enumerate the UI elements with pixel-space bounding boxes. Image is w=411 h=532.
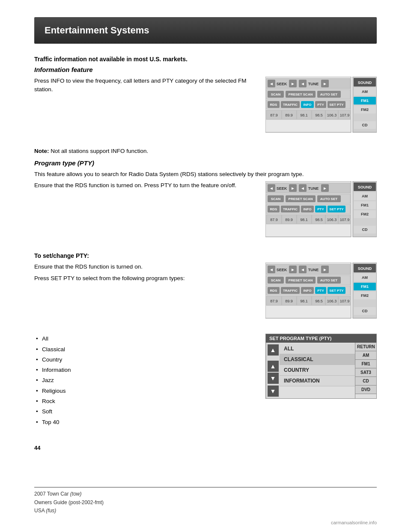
rds-text-block: Ensure that the RDS function is turned o… bbox=[34, 181, 255, 192]
svg-text:106.3: 106.3 bbox=[327, 299, 337, 303]
svg-text:89.9: 89.9 bbox=[285, 218, 293, 222]
svg-text:SCAN: SCAN bbox=[271, 197, 281, 201]
svg-text:PTY: PTY bbox=[317, 103, 324, 107]
svg-text:►: ► bbox=[291, 267, 295, 272]
svg-text:RDS: RDS bbox=[270, 103, 278, 107]
svg-text:FM1: FM1 bbox=[361, 99, 369, 103]
set-desc2: Press SET PTY to select from the followi… bbox=[34, 274, 255, 283]
svg-text:◄: ◄ bbox=[301, 186, 305, 191]
pty-arrow-up[interactable]: ▲ bbox=[268, 344, 279, 356]
svg-text:◄: ◄ bbox=[269, 186, 274, 191]
list-item: Top 40 bbox=[34, 417, 255, 427]
svg-text:►: ► bbox=[323, 186, 327, 191]
svg-text:87.9: 87.9 bbox=[270, 299, 278, 303]
svg-text:◄: ◄ bbox=[269, 81, 274, 86]
svg-text:SET PTY: SET PTY bbox=[329, 289, 344, 293]
pty-heading: Program type (PTY) bbox=[34, 159, 377, 167]
svg-text:►: ► bbox=[291, 186, 295, 191]
svg-text:106.3: 106.3 bbox=[327, 218, 337, 222]
info-feature-heading: Information feature bbox=[34, 66, 377, 73]
svg-text:►: ► bbox=[323, 81, 327, 86]
svg-text:PRESET SCAN: PRESET SCAN bbox=[289, 93, 313, 96]
svg-text:AUTO SET: AUTO SET bbox=[320, 197, 337, 201]
svg-rect-83 bbox=[266, 215, 350, 224]
rds-row: Ensure that the RDS function is turned o… bbox=[34, 181, 377, 245]
note-label: Note: bbox=[34, 148, 49, 154]
pty-btn-return[interactable]: RETURN bbox=[355, 343, 376, 351]
pty-btn-dvd[interactable]: DVD bbox=[355, 386, 376, 394]
svg-text:INFO: INFO bbox=[303, 207, 311, 211]
pty-item-all[interactable]: ALL bbox=[280, 344, 355, 354]
svg-rect-30 bbox=[266, 110, 350, 120]
header-title: Entertainment Systems bbox=[45, 25, 366, 36]
pty-list-row: All Classical Country Information Jazz R… bbox=[34, 334, 377, 427]
list-item: Religious bbox=[34, 386, 255, 396]
list-item: Jazz bbox=[34, 375, 255, 386]
bullet-list: All Classical Country Information Jazz R… bbox=[34, 334, 255, 427]
svg-text:FM2: FM2 bbox=[361, 108, 369, 112]
list-item: All bbox=[34, 334, 255, 344]
svg-text:98.5: 98.5 bbox=[315, 299, 323, 303]
svg-text:◄: ◄ bbox=[269, 267, 274, 272]
info-feature-row: Press INFO to view the frequency, call l… bbox=[34, 77, 377, 140]
svg-text:►: ► bbox=[291, 81, 295, 86]
rds-desc: Ensure that the RDS function is turned o… bbox=[34, 181, 255, 190]
pty-panel-header: SET PROGRAM TYPE (PTY) bbox=[266, 334, 376, 343]
list-item: Information bbox=[34, 365, 255, 375]
pty-arrow-down[interactable]: ▼ bbox=[268, 373, 279, 384]
note-body: Not all stations support INFO function. bbox=[51, 148, 148, 154]
svg-text:TRAFFIC: TRAFFIC bbox=[283, 103, 298, 107]
info-feature-text-block: Press INFO to view the frequency, call l… bbox=[34, 77, 255, 97]
footer-line2: Owners Guide (post-2002-fmt) bbox=[34, 499, 104, 505]
svg-text:◄: ◄ bbox=[301, 81, 305, 86]
svg-text:TUNE: TUNE bbox=[308, 82, 319, 86]
svg-text:AM: AM bbox=[362, 90, 368, 94]
svg-text:RDS: RDS bbox=[270, 289, 278, 293]
pty-btn-am[interactable]: AM bbox=[355, 351, 376, 360]
svg-text:SOUND: SOUND bbox=[358, 185, 372, 189]
svg-text:FM2: FM2 bbox=[361, 293, 369, 298]
svg-text:107.9: 107.9 bbox=[340, 299, 350, 303]
svg-text:TUNE: TUNE bbox=[308, 186, 319, 191]
svg-text:INFO: INFO bbox=[303, 289, 311, 293]
svg-text:FM1: FM1 bbox=[361, 203, 369, 207]
pty-btn-sat3[interactable]: SAT3 bbox=[355, 368, 376, 377]
pty-item-country[interactable]: COUNTRY bbox=[280, 365, 355, 376]
pty-arrow-up2[interactable]: ▲ bbox=[268, 361, 279, 372]
pty-btn-cd[interactable]: CD bbox=[355, 377, 376, 386]
radio-svg-1: ◄ SEEK ► ◄ TUNE ► SCAN PRESET SCAN AUTO … bbox=[265, 77, 377, 139]
list-item: Classical bbox=[34, 344, 255, 355]
svg-text:SET PTY: SET PTY bbox=[329, 207, 344, 211]
pty-item-classical[interactable]: CLASSICAL bbox=[280, 354, 355, 365]
svg-text:RDS: RDS bbox=[270, 207, 278, 211]
note-section: Note: Not all stations support INFO func… bbox=[34, 148, 377, 154]
watermark: carmanualsonline.info bbox=[331, 520, 377, 525]
svg-text:SEEK: SEEK bbox=[277, 268, 287, 272]
pty-list-block: All Classical Country Information Jazz R… bbox=[34, 334, 255, 427]
info-feature-body: Press INFO to view the frequency, call l… bbox=[34, 77, 255, 94]
svg-text:PRESET SCAN: PRESET SCAN bbox=[289, 278, 313, 282]
svg-text:PTY: PTY bbox=[317, 207, 324, 211]
svg-text:TUNE: TUNE bbox=[308, 268, 319, 272]
svg-text:SET PTY: SET PTY bbox=[329, 103, 344, 107]
svg-text:AM: AM bbox=[362, 275, 368, 280]
svg-text:87.9: 87.9 bbox=[270, 113, 278, 117]
svg-text:98.1: 98.1 bbox=[300, 299, 308, 303]
svg-text:TRAFFIC: TRAFFIC bbox=[283, 289, 298, 293]
list-item: Country bbox=[34, 355, 255, 365]
radio-svg-2: ◄ SEEK ► ◄ TUNE ► SCAN PRESET SCAN AUTO … bbox=[265, 181, 377, 243]
pty-btn-fm1[interactable]: FM1 bbox=[355, 360, 376, 368]
svg-text:98.5: 98.5 bbox=[315, 218, 323, 222]
pty-arrow-down2[interactable]: ▼ bbox=[268, 386, 279, 397]
svg-text:98.5: 98.5 bbox=[315, 113, 323, 117]
svg-text:106.3: 106.3 bbox=[327, 113, 337, 117]
svg-text:89.9: 89.9 bbox=[285, 299, 293, 303]
svg-text:98.1: 98.1 bbox=[300, 113, 308, 117]
list-item: Rock bbox=[34, 396, 255, 406]
radio-image-3: ◄ SEEK ► ◄ TUNE ► SCAN PRESET SCAN AUTO … bbox=[265, 263, 377, 326]
pty-item-information[interactable]: INFORMATION bbox=[280, 376, 355, 386]
svg-text:SCAN: SCAN bbox=[271, 278, 281, 282]
pty-panel-body: ▲ ▲ ▼ ▼ ALL CLASSICAL COUNTRY INFORMATIO… bbox=[266, 343, 376, 398]
svg-text:87.9: 87.9 bbox=[270, 218, 278, 222]
svg-text:FM1: FM1 bbox=[361, 284, 369, 289]
